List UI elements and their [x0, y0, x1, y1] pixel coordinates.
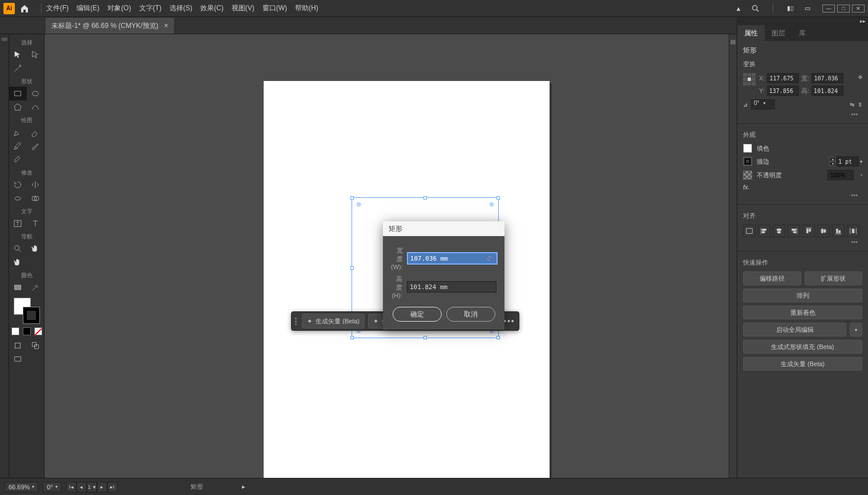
more-options-icon[interactable]: •••: [743, 109, 862, 119]
fill-stroke-swatches[interactable]: [14, 298, 40, 324]
gradient-tool[interactable]: [9, 281, 27, 294]
width-input-panel[interactable]: [812, 73, 843, 83]
more-options-icon[interactable]: •••: [743, 190, 862, 200]
arrange-button[interactable]: 排列: [743, 289, 862, 302]
arrange-icon[interactable]: ▮▯: [786, 4, 795, 13]
type-tool[interactable]: [27, 217, 45, 230]
link-dimensions-icon[interactable]: [485, 254, 493, 262]
color-mode-gradient[interactable]: [23, 327, 31, 335]
rotate-view-select[interactable]: 0° ▾: [43, 482, 62, 492]
width-input[interactable]: [407, 253, 497, 264]
search-icon[interactable]: [751, 4, 760, 13]
panel-collapse-icon[interactable]: ▸▸: [737, 17, 868, 25]
draw-mode-normal[interactable]: [9, 339, 27, 352]
notification-icon[interactable]: ▲: [734, 4, 743, 13]
generate-vector-button[interactable]: ✦ 生成矢量 (Beta): [302, 314, 365, 328]
curvature-tool[interactable]: [27, 100, 45, 114]
selection-handle[interactable]: [496, 196, 500, 200]
workspace-icon[interactable]: ▭: [803, 4, 812, 13]
selection-tool[interactable]: [9, 48, 27, 62]
offset-path-button[interactable]: 偏移路径: [743, 271, 801, 285]
align-bottom-icon[interactable]: [832, 225, 845, 237]
vertical-scrollbar[interactable]: [729, 34, 737, 478]
ok-button[interactable]: 确定: [393, 307, 442, 322]
last-artboard-icon[interactable]: ▸I: [107, 482, 118, 492]
recolor-button[interactable]: 重新着色: [743, 306, 862, 319]
more-options-icon[interactable]: •••: [743, 237, 862, 246]
screen-mode[interactable]: [9, 352, 27, 366]
selection-handle[interactable]: [350, 196, 354, 200]
hand-tool[interactable]: [27, 242, 45, 255]
corner-widget[interactable]: [357, 202, 361, 206]
reflect-tool[interactable]: [27, 178, 45, 192]
generative-fill-button[interactable]: 生成式形状填充 (Beta): [743, 340, 862, 354]
canvas[interactable]: ✦ 生成矢量 (Beta) ✦ 生成式形状填充 (Beta) ✂ ⌒ ••• 矩…: [45, 34, 737, 478]
prev-artboard-icon[interactable]: ◂: [76, 482, 87, 492]
global-edit-button[interactable]: 启动全局编辑: [743, 323, 846, 336]
toolbar-collapse-strip[interactable]: [0, 34, 9, 478]
menu-edit[interactable]: 编辑(E): [76, 3, 99, 13]
angle-select[interactable]: 0° ▾: [751, 99, 775, 109]
document-tab[interactable]: 未标题-1* @ 66.69 % (CMYK/预览) ×: [46, 18, 174, 34]
color-mode-solid[interactable]: [11, 327, 19, 335]
stroke-swatch[interactable]: [23, 307, 40, 324]
drag-grip-icon[interactable]: [295, 318, 298, 325]
first-artboard-icon[interactable]: I◂: [66, 482, 76, 492]
menu-object[interactable]: 对象(O): [107, 3, 131, 13]
corner-widget[interactable]: [490, 202, 494, 206]
selection-handle[interactable]: [423, 336, 427, 339]
opacity-input[interactable]: [827, 170, 854, 180]
distribute-h-icon[interactable]: [847, 225, 859, 237]
align-top-icon[interactable]: [802, 225, 815, 237]
draw-mode-behind[interactable]: [27, 339, 45, 352]
selection-handle[interactable]: [423, 196, 427, 200]
eraser-tool[interactable]: [27, 125, 45, 139]
eyedropper-tool[interactable]: [27, 281, 45, 294]
align-to-dropdown[interactable]: [743, 225, 756, 237]
magic-wand-tool[interactable]: [9, 62, 27, 75]
menu-view[interactable]: 视图(V): [232, 3, 255, 13]
fill-swatch[interactable]: [743, 144, 752, 153]
cancel-button[interactable]: 取消: [446, 307, 495, 322]
home-icon[interactable]: [19, 3, 30, 14]
status-flyout-icon[interactable]: ▸: [242, 483, 245, 490]
area-type-tool[interactable]: [9, 217, 27, 230]
ellipse-tool[interactable]: [27, 87, 45, 100]
menu-help[interactable]: 帮助(H): [295, 3, 318, 13]
hand-tool-2[interactable]: [9, 255, 27, 269]
stroke-weight-input[interactable]: [836, 156, 859, 167]
pen-tool[interactable]: [9, 125, 27, 139]
brush-tool[interactable]: [27, 139, 45, 153]
y-input[interactable]: [767, 86, 799, 96]
rectangle-tool[interactable]: [9, 87, 27, 100]
expand-shape-button[interactable]: 扩展形状: [805, 271, 863, 285]
selection-handle[interactable]: [350, 336, 354, 339]
opacity-flyout-icon[interactable]: ›: [861, 172, 862, 178]
minimize-button[interactable]: —: [822, 5, 835, 13]
reference-point-selector[interactable]: [743, 73, 756, 86]
more-options-icon[interactable]: •••: [503, 317, 515, 326]
align-vcenter-icon[interactable]: [817, 225, 830, 237]
menu-select[interactable]: 选择(S): [169, 3, 192, 13]
pencil-tool[interactable]: [9, 139, 27, 153]
tab-close-icon[interactable]: ×: [164, 22, 168, 30]
height-input[interactable]: [407, 281, 496, 293]
color-mode-none[interactable]: [34, 327, 42, 335]
fx-label[interactable]: fx.: [743, 184, 862, 190]
tab-libraries[interactable]: 库: [792, 25, 813, 41]
menu-effect[interactable]: 效果(C): [200, 3, 224, 13]
blob-brush-tool[interactable]: [9, 153, 27, 167]
zoom-select[interactable]: 66.69% ▾: [5, 482, 38, 492]
stroke-swatch[interactable]: [743, 157, 752, 166]
tab-layers[interactable]: 图层: [765, 25, 792, 41]
next-artboard-icon[interactable]: ▸: [97, 482, 107, 492]
x-input[interactable]: [767, 73, 799, 83]
menu-type[interactable]: 文字(T): [139, 3, 162, 13]
link-wh-icon[interactable]: ⎆: [858, 73, 862, 81]
dialog-title[interactable]: 矩形: [383, 221, 504, 236]
align-right-icon[interactable]: [788, 225, 800, 237]
zoom-tool[interactable]: [9, 242, 27, 255]
selection-handle[interactable]: [350, 266, 354, 270]
selection-handle[interactable]: [496, 336, 500, 339]
rotate-tool[interactable]: [9, 178, 27, 192]
